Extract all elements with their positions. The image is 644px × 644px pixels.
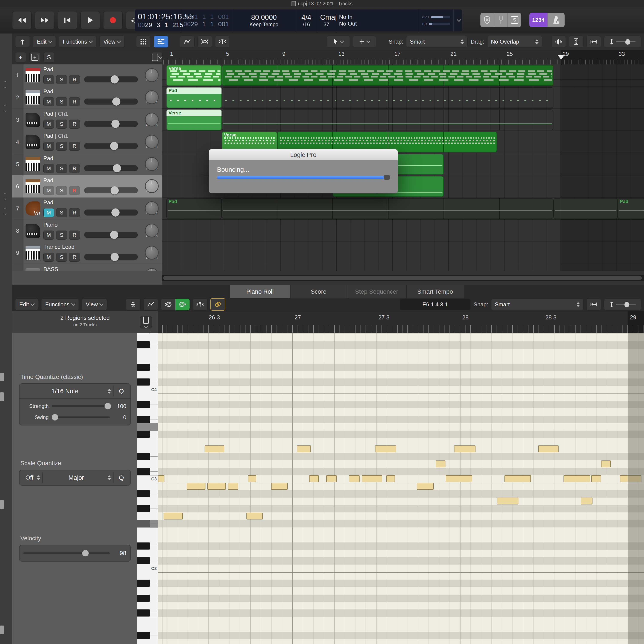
volume-slider[interactable]: [84, 187, 138, 193]
volume-handle[interactable]: [111, 120, 120, 128]
black-key[interactable]: [137, 542, 150, 550]
solo-mode-button[interactable]: S: [508, 13, 521, 27]
volume-slider[interactable]: [84, 165, 138, 171]
mute-button[interactable]: M: [43, 186, 54, 195]
swing-slider[interactable]: [52, 416, 110, 418]
black-key[interactable]: [137, 333, 150, 333]
volume-handle[interactable]: [110, 142, 118, 150]
track-header[interactable]: 3Pad | Ch1MSRLR: [12, 109, 162, 131]
scale-root-stepper[interactable]: [37, 475, 40, 480]
pressed-key[interactable]: [137, 520, 158, 528]
record-enable-button[interactable]: R: [69, 253, 80, 262]
region[interactable]: [222, 198, 553, 219]
track-name[interactable]: Pad: [43, 177, 53, 184]
mute-button[interactable]: M: [43, 142, 54, 151]
pr-functions-menu[interactable]: Functions: [41, 298, 79, 310]
track-name[interactable]: Pad | Ch1: [43, 133, 68, 139]
scale-type-select[interactable]: Major: [45, 474, 107, 481]
midi-note[interactable]: [228, 483, 238, 490]
midi-note[interactable]: [158, 475, 164, 482]
pan-knob[interactable]: LR: [145, 179, 159, 193]
track-header[interactable]: BASSMSRLR: [12, 264, 162, 271]
volume-slider[interactable]: [84, 254, 138, 260]
quantize-apply-button[interactable]: Q: [116, 387, 127, 395]
region[interactable]: Verse: [166, 109, 222, 130]
track-name[interactable]: Pad: [43, 66, 53, 73]
midi-note[interactable]: [309, 475, 319, 482]
midi-in-button[interactable]: [161, 299, 175, 310]
record-enable-button[interactable]: R: [69, 97, 80, 106]
mute-button[interactable]: M: [43, 164, 54, 173]
midi-note[interactable]: [601, 460, 611, 467]
tracks-view-button[interactable]: [154, 36, 168, 48]
solo-button[interactable]: S: [56, 97, 67, 106]
track-name[interactable]: Piano: [43, 222, 58, 228]
drag-select[interactable]: No Overlap: [487, 36, 542, 47]
volume-slider[interactable]: [84, 76, 138, 82]
volume-handle[interactable]: [111, 75, 119, 84]
pr-view-menu[interactable]: View: [82, 298, 107, 310]
playhead-marker[interactable]: [558, 55, 565, 60]
arrange-edit-menu[interactable]: Edit: [33, 36, 56, 48]
solo-button[interactable]: S: [56, 186, 67, 195]
track-name[interactable]: Trance Lead: [43, 244, 74, 250]
pr-snap-select[interactable]: Smart: [491, 299, 583, 310]
note-filter-button[interactable]: [193, 298, 207, 310]
scale-type-stepper[interactable]: [108, 475, 111, 480]
duplicate-track-button[interactable]: +: [29, 52, 40, 62]
snap-select[interactable]: Smart: [406, 36, 468, 47]
rewind-button[interactable]: [12, 11, 32, 29]
midi-note[interactable]: [164, 513, 183, 519]
record-enable-button[interactable]: R: [69, 142, 80, 151]
scale-root-select[interactable]: Off: [23, 474, 33, 481]
track-header[interactable]: 2PadMSRLR: [12, 87, 162, 109]
piano-roll-ruler[interactable]: 26 32727 32828 329: [158, 311, 644, 333]
volume-slider[interactable]: [84, 210, 138, 216]
pan-knob[interactable]: LR: [145, 135, 159, 149]
midi-note[interactable]: [446, 475, 472, 482]
midi-note[interactable]: [581, 498, 592, 504]
waveform-zoom-button[interactable]: [551, 36, 566, 48]
arrange-ruler[interactable]: 159131721252933: [162, 50, 644, 65]
mute-button[interactable]: M: [43, 253, 54, 262]
volume-handle[interactable]: [111, 208, 120, 217]
catch-playhead-button[interactable]: [15, 36, 30, 48]
volume-handle[interactable]: [110, 231, 118, 239]
black-key[interactable]: [137, 632, 150, 639]
region[interactable]: [222, 65, 553, 86]
pr-zoom-slider[interactable]: [604, 298, 641, 310]
solo-button[interactable]: S: [56, 75, 67, 84]
track-name[interactable]: Pad: [43, 155, 53, 162]
metronome-button[interactable]: [548, 13, 565, 27]
mute-button[interactable]: M: [43, 75, 54, 84]
black-key[interactable]: [137, 580, 150, 587]
chevron-updown-icon[interactable]: ⌃⌄: [3, 81, 7, 88]
lcd-display[interactable]: 01:01:25:16.55 0029 3 1 215 0001 1 1 001…: [135, 9, 462, 31]
midi-note[interactable]: [497, 498, 518, 504]
black-key[interactable]: [137, 378, 150, 386]
midi-note[interactable]: [297, 445, 311, 452]
track-name[interactable]: Pad | Ch1: [43, 111, 68, 117]
midi-out-button[interactable]: [175, 299, 190, 310]
region-filter-button[interactable]: [215, 36, 230, 48]
region[interactable]: Pad: [618, 198, 644, 219]
play-button[interactable]: [81, 11, 100, 29]
horizontal-scrollbar[interactable]: [162, 275, 644, 281]
record-enable-button[interactable]: R: [69, 186, 80, 195]
midi-note[interactable]: [417, 483, 434, 490]
track-display-mode-button[interactable]: [152, 52, 162, 62]
midi-note[interactable]: [362, 475, 382, 482]
pressed-key[interactable]: [137, 423, 158, 431]
swing-handle[interactable]: [52, 414, 58, 421]
midi-note[interactable]: [326, 475, 337, 482]
tuner-icon[interactable]: [494, 13, 508, 27]
record-enable-button[interactable]: R: [69, 164, 80, 173]
midi-note[interactable]: [591, 475, 601, 482]
midi-note[interactable]: [349, 475, 360, 482]
chevron-updown-icon[interactable]: ⌃⌄: [3, 192, 7, 200]
volume-slider[interactable]: [84, 121, 138, 127]
track-solo-button[interactable]: S: [44, 52, 54, 62]
black-key[interactable]: [137, 364, 150, 371]
track-header[interactable]: 6PadMSRLR: [12, 175, 162, 198]
tab-piano-roll[interactable]: Piano Roll: [230, 285, 290, 298]
